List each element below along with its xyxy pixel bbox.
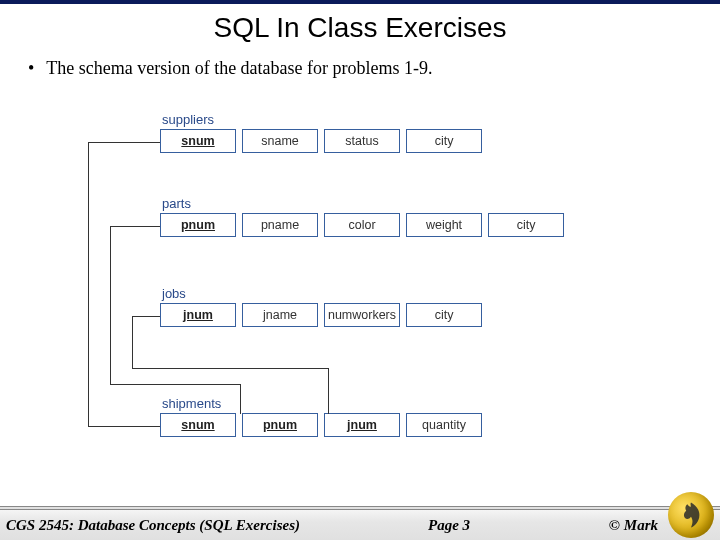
col-city: city	[406, 303, 482, 327]
connector	[132, 316, 133, 368]
connector	[328, 368, 329, 414]
bullet-marker: •	[28, 58, 42, 79]
col-pnum: pnum	[160, 213, 236, 237]
footer-copyright: © Mark	[609, 517, 658, 534]
col-pnum: pnum	[242, 413, 318, 437]
connector	[132, 316, 160, 317]
col-color: color	[324, 213, 400, 237]
col-pname: pname	[242, 213, 318, 237]
footer-page: Page 3	[428, 517, 470, 534]
schema-diagram: suppliers snum sname status city parts p…	[70, 108, 650, 478]
connector	[88, 142, 89, 426]
connector	[132, 368, 328, 369]
col-city: city	[406, 129, 482, 153]
table-suppliers: suppliers snum sname status city	[160, 112, 482, 153]
table-name: parts	[162, 196, 564, 211]
col-quantity: quantity	[406, 413, 482, 437]
table-jobs: jobs jnum jname numworkers city	[160, 286, 482, 327]
connector	[110, 226, 160, 227]
col-sname: sname	[242, 129, 318, 153]
table-name: jobs	[162, 286, 482, 301]
top-accent-bar	[0, 0, 720, 4]
connector	[240, 384, 241, 414]
connector	[110, 226, 111, 384]
bullet-line: • The schema version of the database for…	[28, 58, 720, 79]
col-jname: jname	[242, 303, 318, 327]
col-city: city	[488, 213, 564, 237]
footer-bar: CGS 2545: Database Concepts (SQL Exercis…	[0, 506, 720, 540]
table-shipments: shipments snum pnum jnum quantity	[160, 396, 482, 437]
connector	[88, 426, 160, 427]
table-parts: parts pnum pname color weight city	[160, 196, 564, 237]
col-numworkers: numworkers	[324, 303, 400, 327]
col-status: status	[324, 129, 400, 153]
logo-icon	[668, 492, 714, 538]
page-title: SQL In Class Exercises	[0, 12, 720, 44]
col-snum: snum	[160, 129, 236, 153]
connector	[110, 384, 240, 385]
footer-course: CGS 2545: Database Concepts (SQL Exercis…	[6, 517, 300, 534]
col-weight: weight	[406, 213, 482, 237]
connector	[88, 142, 160, 143]
col-jnum: jnum	[324, 413, 400, 437]
col-jnum: jnum	[160, 303, 236, 327]
table-name: shipments	[162, 396, 482, 411]
table-name: suppliers	[162, 112, 482, 127]
col-snum: snum	[160, 413, 236, 437]
bullet-text: The schema version of the database for p…	[46, 58, 432, 78]
